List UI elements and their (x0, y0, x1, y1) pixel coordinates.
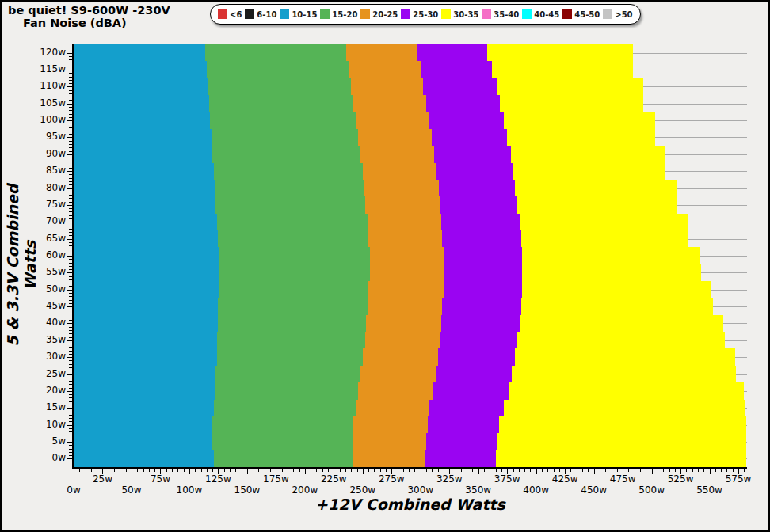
x-tick-label: 25w (78, 473, 126, 484)
y-tick-label: 90w (25, 148, 66, 159)
band-segment-20-25-dBA (368, 214, 441, 230)
y-tick-mark (67, 86, 72, 87)
band-segment-10-15-dBA (74, 416, 212, 433)
band-segment-25-30-dBA (442, 230, 520, 247)
band-row (74, 298, 747, 314)
y-minor-tick-mark (69, 364, 72, 365)
x-minor-tick-mark (617, 469, 618, 472)
band-segment-25-30-dBA (421, 61, 492, 78)
band-segment-15-20-dBA (214, 163, 363, 180)
y-minor-tick-mark (69, 211, 72, 212)
legend-item: 20-25 (360, 10, 398, 19)
y-minor-tick-mark (69, 100, 72, 101)
x-minor-tick-mark (293, 469, 294, 472)
y-minor-tick-mark (69, 397, 72, 398)
x-minor-tick-mark (582, 469, 583, 472)
x-minor-tick-mark (432, 469, 433, 472)
x-tick-label: 500w (628, 484, 676, 496)
y-minor-tick-mark (69, 198, 72, 199)
band-segment-15-20-dBA (210, 112, 356, 128)
y-minor-tick-mark (69, 428, 72, 429)
band-segment-30-35-dBA (500, 95, 643, 112)
x-minor-tick-mark (316, 469, 317, 472)
band-segment-25-30-dBA (426, 95, 500, 112)
y-minor-tick-mark (69, 181, 72, 182)
y-minor-tick-mark (69, 77, 72, 78)
y-minor-tick-mark (69, 97, 72, 97)
y-minor-tick-mark (69, 269, 72, 270)
y-minor-tick-mark (69, 320, 72, 321)
x-minor-tick-mark (207, 469, 208, 472)
band-segment-25-30-dBA (433, 382, 509, 399)
band-row (74, 400, 747, 416)
band-row (74, 129, 747, 146)
y-tick-mark (67, 442, 72, 443)
y-minor-tick-mark (69, 56, 72, 57)
x-minor-tick-mark (368, 469, 369, 472)
y-minor-tick-mark (69, 303, 72, 304)
x-minor-tick-mark (201, 469, 202, 472)
y-tick-mark (67, 70, 72, 70)
band-segment-30-35-dBA (521, 298, 713, 314)
y-tick-mark (67, 104, 72, 104)
legend-item: 10-15 (280, 10, 317, 19)
x-minor-tick-mark (715, 469, 716, 472)
band-segment-25-30-dBA (441, 315, 520, 332)
band-segment-15-20-dBA (208, 78, 351, 95)
y-minor-tick-mark (69, 202, 72, 203)
x-minor-tick-mark (97, 469, 97, 472)
x-tick-label: 100w (166, 484, 213, 496)
y-minor-tick-mark (69, 351, 72, 352)
y-minor-tick-mark (69, 388, 72, 389)
band-segment-15-20-dBA (212, 416, 353, 433)
legend-item: 30-35 (441, 10, 478, 19)
y-minor-tick-mark (69, 66, 72, 67)
band-row (74, 61, 747, 78)
band-segment-25-30-dBA (440, 332, 518, 348)
y-minor-tick-mark (69, 131, 72, 131)
x-minor-tick-mark (403, 469, 404, 472)
x-minor-tick-mark (628, 469, 629, 472)
legend-swatch-15-20 (320, 10, 330, 19)
y-tick-mark (67, 306, 72, 307)
y-minor-tick-mark (69, 439, 72, 439)
y-tick-label: 120w (25, 47, 66, 58)
legend-label: 40-45 (534, 10, 559, 19)
x-minor-tick-mark (166, 469, 167, 472)
y-minor-tick-mark (69, 337, 72, 338)
chart-frame: be quiet! S9-600W -230V Fan Noise (dBA) … (0, 0, 770, 532)
band-segment-15-20-dBA (218, 315, 366, 332)
y-minor-tick-mark (69, 147, 72, 148)
y-tick-mark (67, 357, 72, 358)
band-segment-10-15-dBA (74, 146, 212, 162)
band-segment-20-25-dBA (356, 112, 429, 128)
x-minor-tick-mark (409, 469, 410, 472)
y-minor-tick-mark (69, 381, 72, 382)
band-segment-20-25-dBA (360, 366, 436, 382)
y-minor-tick-mark (69, 344, 72, 344)
y-tick-mark (67, 53, 72, 54)
x-minor-tick-mark (351, 469, 352, 472)
band-row (74, 180, 747, 196)
x-minor-tick-mark (357, 469, 358, 472)
band-row (74, 281, 747, 298)
x-axis-title: +12V Combined Watts (74, 496, 747, 513)
x-tick-label: 350w (455, 484, 502, 496)
legend-item: 6-10 (245, 10, 276, 19)
x-minor-tick-mark (345, 469, 346, 472)
band-row (74, 247, 747, 264)
x-minor-tick-mark (467, 469, 467, 472)
band-segment-30-35-dBA (522, 264, 701, 281)
band-segment-25-30-dBA (439, 180, 515, 196)
x-minor-tick-mark (311, 469, 311, 472)
band-segment-30-35-dBA (504, 112, 655, 128)
band-segment-15-20-dBA (218, 298, 367, 314)
y-tick-mark (67, 222, 72, 222)
y-minor-tick-mark (69, 253, 72, 253)
y-minor-tick-mark (69, 431, 72, 432)
chart-title: be quiet! S9-600W -230V Fan Noise (dBA) (8, 4, 170, 29)
y-minor-tick-mark (69, 73, 72, 74)
y-tick-label: 110w (25, 80, 66, 91)
legend-label: 30-35 (453, 10, 478, 19)
band-segment-15-20-dBA (219, 264, 370, 281)
